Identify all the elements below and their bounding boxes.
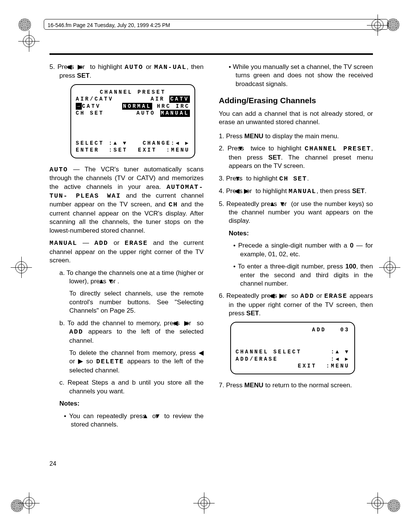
right-notes-heading: Notes: — [219, 229, 373, 238]
right-intro: You can add a channel that is not alread… — [219, 110, 373, 127]
left-note-1: • You can repeatedly press ▲ or ▼ to rev… — [49, 412, 204, 429]
osd-screen-channel-preset: CHANNEL PRESET AIR/CATV AIR CATV →CATV N… — [70, 84, 195, 158]
divider-rule — [49, 53, 373, 55]
manual-explain: MANUAL — ADD or ERASE and the current ch… — [49, 239, 204, 265]
auto-explain: AUTO — The VCR's tuner automatically sca… — [49, 165, 204, 235]
crop-swirl-br — [387, 499, 400, 512]
body-columns: 5. Press ◀ or ▶ to highlight AUTO or MAN… — [49, 63, 373, 456]
osd-screen-add-erase: ADD 03 CHANNEL SELECT:▲ ▼ ADD/ERASE:◀ ▶ … — [230, 322, 355, 374]
osd-title: CHANNEL PRESET — [76, 89, 190, 96]
crop-swirl-bl — [11, 499, 24, 512]
crop-target-mr — [384, 261, 396, 273]
crop-target-bc — [198, 497, 210, 509]
substep-a: a. To change the channels one at a time … — [49, 269, 204, 286]
left-note-2: • While you manually set a channel, the … — [219, 63, 373, 88]
right-note-2: • To enter a three-digit number, press 1… — [219, 262, 373, 288]
crop-swirl-tr — [387, 18, 400, 31]
section-heading-adding-erasing: Adding/Erasing Channels — [219, 95, 373, 106]
substep-c: c. Repeat Steps a and b until you store … — [49, 379, 204, 396]
substep-b-para: To delete the channel from memory, press… — [49, 349, 204, 375]
right-step-7: 7. Press MENU to return to the normal sc… — [219, 381, 373, 390]
right-note-1: • Precede a single-digit number with a 0… — [219, 241, 373, 259]
crop-target-bl — [23, 497, 35, 509]
substep-a-para: To directly select channels, use the rem… — [49, 289, 204, 315]
crop-target-ml — [15, 261, 27, 273]
right-step-1: 1. Press MENU to display the main menu. — [219, 132, 373, 141]
left-step-5: 5. Press ◀ or ▶ to highlight AUTO or MAN… — [49, 63, 204, 80]
crop-target-br — [371, 497, 384, 509]
crop-target-l — [23, 35, 35, 47]
right-step-2: 2. Press ▼ twice to highlight CHANNEL PR… — [219, 144, 373, 170]
substep-b: b. To add the channel to memory, press ◀… — [49, 319, 204, 345]
left-notes-heading: Notes: — [49, 399, 204, 408]
right-step-3: 3. Press ▼ to highlight CH SET. — [219, 174, 373, 183]
right-step-6: 6. Repeatedly press ◀ or ▶ so ADD or ERA… — [219, 292, 373, 318]
header-frame — [44, 19, 388, 30]
crop-swirl-tl — [18, 18, 31, 31]
right-step-4: 4. Press ◀ or ▶ to highlight MANUAL, the… — [219, 187, 373, 196]
right-step-5: 5. Repeatedly press ▲ or ▼ (or use the n… — [219, 200, 373, 225]
page-number: 24 — [49, 460, 56, 467]
